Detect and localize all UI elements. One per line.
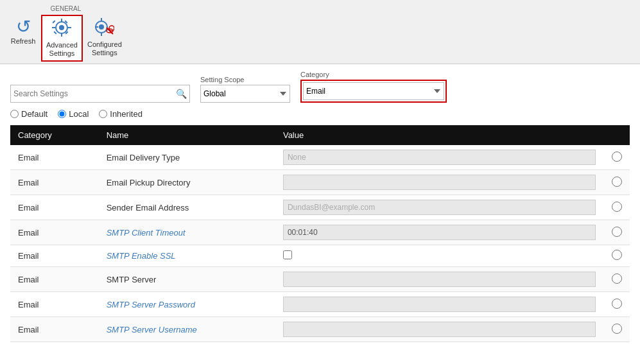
cell-name: Email Delivery Type: [99, 145, 275, 170]
cell-value: [275, 220, 603, 245]
cell-name: Sender Email Address: [99, 195, 275, 220]
svg-rect-14: [95, 26, 98, 28]
cell-name[interactable]: SMTP Client Timeout: [99, 220, 275, 245]
refresh-icon: ↺: [16, 18, 31, 36]
configured-settings-icon: [95, 18, 114, 39]
cell-value: [275, 292, 603, 317]
table-row: EmailSMTP Client Timeout: [10, 220, 630, 245]
cell-category: Email: [10, 245, 99, 267]
search-input[interactable]: [13, 89, 173, 98]
cell-value: [275, 145, 603, 170]
row-radio[interactable]: [612, 299, 622, 309]
table-row: EmailSMTP Enable SSL: [10, 245, 630, 267]
cell-name[interactable]: SMTP Server Username: [99, 317, 275, 342]
row-radio[interactable]: [612, 177, 622, 187]
radio-inherited-label: Inherited: [110, 109, 143, 119]
cell-value: [275, 245, 603, 267]
radio-default-label: Default: [21, 109, 48, 119]
col-header-category: Category: [10, 125, 99, 145]
cell-category: Email: [10, 195, 99, 220]
value-input[interactable]: [283, 200, 596, 215]
col-header-value: Value: [275, 125, 603, 145]
col-header-radio: [603, 125, 630, 145]
svg-rect-13: [101, 33, 102, 36]
cell-radio[interactable]: [603, 245, 630, 267]
advanced-settings-icon: [52, 19, 71, 40]
value-input[interactable]: [283, 150, 596, 165]
radio-local[interactable]: Local: [58, 109, 89, 119]
cell-name: SMTP Server: [99, 267, 275, 292]
svg-point-1: [59, 25, 64, 30]
content-area: 🔍 Setting Scope Global Category Email De…: [0, 64, 640, 349]
value-checkbox[interactable]: [283, 250, 292, 259]
row-radio[interactable]: [612, 152, 622, 162]
col-header-name: Name: [99, 125, 275, 145]
search-icon: 🔍: [176, 89, 187, 99]
scope-group: Setting Scope Global: [200, 76, 290, 103]
cell-name[interactable]: SMTP Enable SSL: [99, 245, 275, 267]
advanced-settings-label: AdvancedSettings: [46, 41, 78, 58]
cell-category: Email: [10, 170, 99, 195]
category-group: Category Email: [300, 71, 447, 103]
cell-category: Email: [10, 317, 99, 342]
radio-local-label: Local: [69, 109, 89, 119]
table-row: EmailEmail Pickup Directory: [10, 170, 630, 195]
cell-category: Email: [10, 220, 99, 245]
svg-point-11: [99, 24, 104, 30]
value-input[interactable]: [283, 175, 596, 190]
cell-radio[interactable]: [603, 220, 630, 245]
row-radio[interactable]: [612, 250, 622, 260]
radio-inherited[interactable]: Inherited: [99, 109, 143, 119]
cell-name[interactable]: SMTP Server Password: [99, 292, 275, 317]
row-radio[interactable]: [612, 227, 622, 237]
cell-radio[interactable]: [603, 267, 630, 292]
category-label: Category: [300, 71, 447, 78]
configured-settings-label: ConfiguredSettings: [87, 40, 122, 57]
cell-name: Email Pickup Directory: [99, 170, 275, 195]
advanced-settings-button[interactable]: AdvancedSettings: [41, 15, 83, 62]
svg-rect-5: [68, 27, 71, 28]
value-input[interactable]: [283, 272, 596, 287]
svg-rect-12: [101, 18, 102, 21]
cell-radio[interactable]: [603, 170, 630, 195]
cell-value: [275, 317, 603, 342]
table-row: EmailEmail Delivery Type: [10, 145, 630, 170]
cell-value: [275, 267, 603, 292]
toolbar: GENERAL ↺ Refresh: [0, 0, 640, 64]
settings-table: Category Name Value EmailEmail Delivery …: [10, 125, 630, 342]
cell-radio[interactable]: [603, 145, 630, 170]
cell-radio[interactable]: [603, 292, 630, 317]
radio-default[interactable]: Default: [10, 109, 48, 119]
table-row: EmailSender Email Address: [10, 195, 630, 220]
table-row: EmailSMTP Server Password: [10, 292, 630, 317]
table-row: EmailSMTP Server Username: [10, 317, 630, 342]
category-select[interactable]: Email: [303, 82, 444, 100]
svg-rect-3: [61, 33, 62, 37]
table-row: EmailSMTP Server: [10, 267, 630, 292]
scope-label: Setting Scope: [200, 76, 290, 83]
search-wrapper: 🔍: [10, 85, 190, 103]
search-group: 🔍: [10, 85, 190, 103]
value-input[interactable]: [283, 297, 596, 312]
row-radio[interactable]: [612, 324, 622, 334]
radio-filter-row: Default Local Inherited: [10, 109, 630, 119]
configured-settings-button[interactable]: ConfiguredSettings: [83, 15, 126, 62]
cell-radio[interactable]: [603, 195, 630, 220]
cell-category: Email: [10, 145, 99, 170]
svg-rect-4: [52, 27, 55, 28]
cell-radio[interactable]: [603, 317, 630, 342]
cell-category: Email: [10, 292, 99, 317]
table-header-row: Category Name Value: [10, 125, 630, 145]
row-radio[interactable]: [612, 202, 622, 212]
svg-point-17: [109, 26, 114, 31]
refresh-button[interactable]: ↺ Refresh: [5, 15, 41, 62]
scope-select[interactable]: Global: [200, 85, 290, 103]
general-section-label: GENERAL: [50, 5, 81, 12]
refresh-label: Refresh: [11, 37, 36, 46]
cell-category: Email: [10, 267, 99, 292]
value-input[interactable]: [283, 322, 596, 337]
filter-row: 🔍 Setting Scope Global Category Email: [10, 71, 630, 103]
svg-rect-9: [54, 31, 57, 35]
value-input[interactable]: [283, 225, 596, 240]
row-radio[interactable]: [612, 273, 622, 284]
